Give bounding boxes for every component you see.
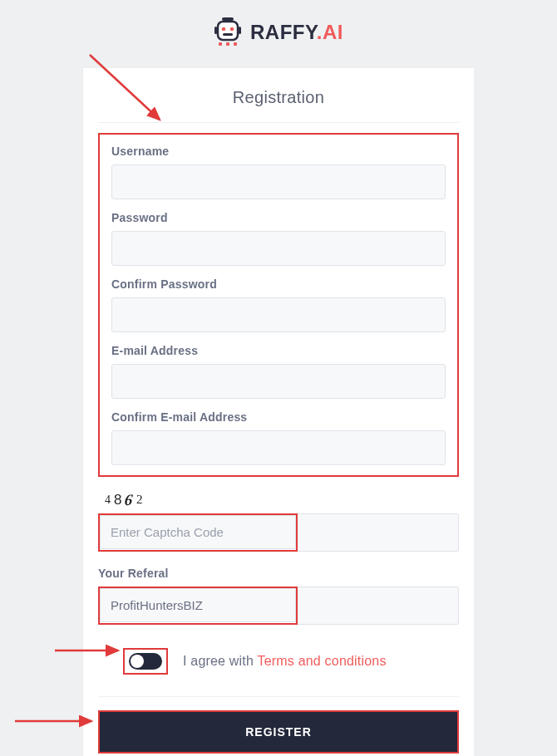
- confirm-email-input[interactable]: [111, 430, 446, 465]
- referal-block: Your Referal: [98, 567, 459, 625]
- robot-icon: [214, 17, 242, 48]
- confirm-password-input[interactable]: [111, 297, 446, 332]
- username-input[interactable]: [111, 164, 446, 199]
- svg-rect-13: [226, 42, 229, 46]
- svg-rect-5: [222, 17, 234, 21]
- svg-rect-12: [219, 42, 222, 46]
- svg-point-8: [230, 27, 234, 32]
- svg-rect-10: [214, 27, 217, 34]
- logo-text-main: RAFFY: [250, 21, 317, 43]
- svg-rect-14: [234, 42, 237, 46]
- captcha-input[interactable]: [100, 515, 296, 549]
- email-label: E-mail Address: [111, 344, 446, 357]
- svg-rect-11: [239, 27, 241, 34]
- referal-input-trailing: [298, 587, 459, 626]
- captcha-digit: 4: [105, 493, 111, 507]
- primary-fields-group: Username Password Confirm Password E-mai…: [98, 133, 459, 477]
- captcha-digit: 6: [124, 491, 134, 509]
- captcha-block: 4 8 6 2: [98, 490, 459, 552]
- captcha-input-trailing: [298, 513, 459, 552]
- agree-toggle[interactable]: [129, 653, 162, 670]
- captcha-digit: 2: [136, 493, 143, 507]
- svg-rect-9: [223, 33, 233, 36]
- agree-row: I agree with Terms and conditions: [98, 648, 459, 675]
- captcha-code: 4 8 6 2: [98, 490, 459, 508]
- confirm-password-label: Confirm Password: [111, 277, 446, 291]
- captcha-digit: 8: [114, 492, 121, 508]
- brand-logo: RAFFY.AI: [214, 17, 343, 48]
- agree-text: I agree with Terms and conditions: [183, 654, 387, 669]
- password-input[interactable]: [111, 231, 446, 266]
- referal-input[interactable]: [100, 588, 296, 622]
- confirm-email-label: Confirm E-mail Address: [111, 410, 446, 424]
- logo-text-accent: .AI: [317, 21, 343, 43]
- username-label: Username: [111, 145, 446, 158]
- register-button[interactable]: REGISTER: [100, 712, 457, 752]
- agree-prefix: I agree with: [183, 654, 257, 668]
- referal-label: Your Referal: [98, 567, 459, 580]
- password-label: Password: [111, 211, 446, 224]
- terms-link[interactable]: Terms and conditions: [257, 654, 386, 668]
- svg-rect-6: [218, 22, 238, 40]
- registration-card: Registration Username Password Confirm P…: [83, 68, 474, 756]
- email-input[interactable]: [111, 364, 446, 399]
- svg-point-7: [222, 27, 226, 32]
- page-title: Registration: [98, 88, 459, 107]
